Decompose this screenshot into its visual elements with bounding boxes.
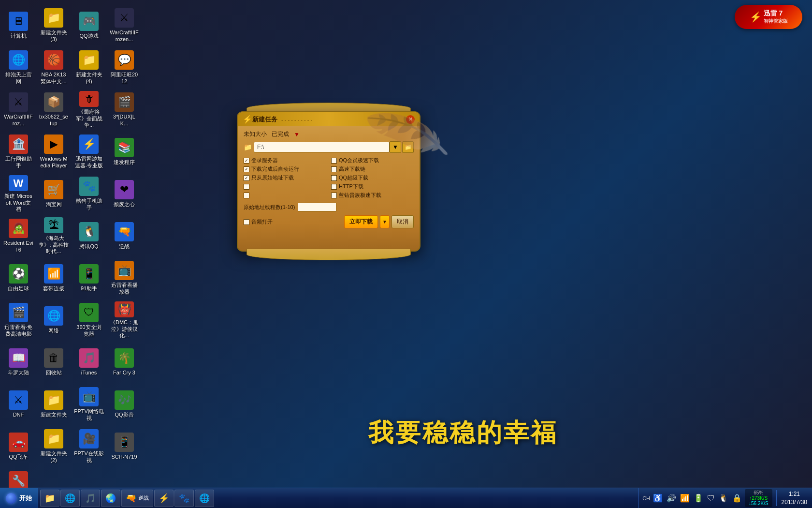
tray-accessibility-icon[interactable]: ♿ bbox=[652, 493, 664, 504]
icon-new-file-2[interactable]: 📁 新建文件夹(2) bbox=[38, 426, 70, 467]
start-button[interactable]: 开始 bbox=[0, 488, 38, 508]
taskbar-tray: CH ♿ 🔊 📶 🔋 🛡 🐧 🔒 65% ↑273K/S ↓56.2K/S bbox=[638, 488, 776, 508]
xunlei-widget[interactable]: ⚡ 迅雷 7 智神管家版 bbox=[735, 5, 802, 29]
icon-dux[interactable]: 🎬 3*[DUX]LK... bbox=[108, 89, 140, 130]
icon-91helper[interactable]: 📱 91助手 bbox=[73, 257, 105, 299]
threads-input[interactable] bbox=[298, 203, 336, 211]
speed-checkbox[interactable] bbox=[331, 166, 337, 172]
icon-label: QQ游戏 bbox=[79, 33, 98, 39]
icon-qq-music[interactable]: 🎶 QQ影音 bbox=[108, 384, 140, 425]
auto-run-checkbox[interactable]: ✓ bbox=[244, 166, 249, 172]
taskbar-ie[interactable]: 🌐 bbox=[60, 490, 80, 507]
icon-label: 排泡天上官网 bbox=[3, 72, 33, 84]
taskbar-ie2[interactable]: 🌐 bbox=[195, 490, 214, 507]
dialog-path-input[interactable] bbox=[254, 142, 390, 152]
farcry-icon: 🌴 bbox=[115, 348, 134, 368]
icon-huiyanzhan[interactable]: 🗑 回收站 bbox=[38, 342, 70, 383]
qq-super-checkbox[interactable] bbox=[331, 175, 337, 181]
icon-sch-n719[interactable]: 📱 SCH-N719 bbox=[108, 426, 140, 467]
dialog-dropdown-arrow[interactable]: ▼ bbox=[294, 131, 300, 138]
icon-farcry3[interactable]: 🌴 Far Cry 3 bbox=[108, 342, 140, 383]
dialog-open-after: 音频打开 bbox=[244, 218, 273, 225]
icon-qq-car[interactable]: 🚗 QQ飞车 bbox=[2, 426, 34, 467]
icon-nba[interactable]: 🏀 NBA 2K13 繁体中文... bbox=[38, 47, 70, 88]
icon-pinyuan[interactable]: ❤ 颓废之心 bbox=[108, 173, 140, 214]
empty2-checkbox[interactable] bbox=[244, 193, 249, 198]
icon-paipaotian[interactable]: 🌐 排泡天上官网 bbox=[2, 47, 34, 88]
icon-pptv-film[interactable]: 🎥 PPTV在线影视 bbox=[73, 426, 105, 467]
file-manager-icon: 📁 bbox=[44, 493, 55, 504]
qq-vip-checkbox[interactable] bbox=[331, 158, 337, 164]
tray-qq-icon[interactable]: 🐧 bbox=[718, 493, 729, 504]
icon-ni[interactable]: 🔫 逆战 bbox=[108, 215, 140, 256]
origin-checkbox[interactable]: ✓ bbox=[244, 175, 249, 181]
icon-aliwangwang[interactable]: 💬 阿里旺旺2012 bbox=[108, 47, 140, 88]
icon-label: 3*[DUX]LK... bbox=[109, 114, 139, 126]
tray-security-icon[interactable]: 🔒 bbox=[731, 493, 743, 504]
icon-label: 《DMC：鬼泣》游侠汉化... bbox=[109, 319, 139, 339]
icon-haidao[interactable]: 🏝 《海岛大亨》: 高科技时代... bbox=[38, 215, 70, 256]
icon-label: 逢发程序 bbox=[114, 159, 135, 165]
icon-chengli[interactable]: 📚 逢发程序 bbox=[108, 131, 140, 172]
computer-icon: 🖥 bbox=[9, 12, 28, 31]
icon-warcraft-1[interactable]: ⚔ WarCraftIIIFrozen... bbox=[108, 5, 140, 46]
taskbar-kugou[interactable]: 🐾 bbox=[174, 490, 194, 507]
icon-pptv-net[interactable]: 📺 PPTV网络电视 bbox=[73, 384, 105, 425]
dialog-close-button[interactable]: ✕ bbox=[406, 115, 415, 124]
icon-resident-evil[interactable]: 🧟 Resident Evil 6 bbox=[2, 215, 34, 256]
icon-gonghang[interactable]: 🏦 工行网银助手 bbox=[2, 131, 34, 172]
tray-antivirus-icon[interactable]: 🛡 bbox=[706, 493, 716, 504]
icon-wifilink[interactable]: 📶 套带连接 bbox=[38, 257, 70, 299]
icon-label: 新建文件夹(4) bbox=[74, 72, 104, 84]
dialog-download-button[interactable]: 立即下载 bbox=[344, 215, 378, 228]
taskbar-clock[interactable]: 1:21 2013/7/30 bbox=[776, 490, 812, 507]
icon-label: PPTV网络电视 bbox=[74, 408, 104, 421]
tray-network-icon[interactable]: 📶 bbox=[679, 493, 691, 504]
icon-wangzhan[interactable]: 🌐 网络 bbox=[38, 299, 70, 341]
icon-tengxun-qq[interactable]: 🐧 腾讯QQ bbox=[73, 215, 105, 256]
qq-icon: 🐧 bbox=[79, 222, 99, 241]
icon-bx30622[interactable]: 📦 bx30622_setup bbox=[38, 89, 70, 130]
login-checkbox[interactable]: ✓ bbox=[244, 158, 249, 164]
icon-windows-media[interactable]: ▶ Windows Media Player bbox=[38, 131, 70, 172]
blue-diamond-checkbox[interactable] bbox=[331, 193, 337, 198]
dialog-folder-button[interactable]: 📁 bbox=[402, 141, 414, 153]
icon-360-browser[interactable]: 🛡 360安全浏览器 bbox=[73, 299, 105, 341]
tray-battery-icon[interactable]: 🔋 bbox=[693, 493, 704, 504]
icon-gougou[interactable]: 🐾 酷狗手机助手 bbox=[73, 173, 105, 214]
icon-shuoluo[interactable]: 📖 斗罗大陆 bbox=[2, 342, 34, 383]
icon-dnf[interactable]: ⚔ DNF bbox=[2, 384, 34, 425]
dialog-browse-button[interactable]: ▼ bbox=[390, 141, 401, 153]
icon-xunlei-accelerate[interactable]: ⚡ 迅雷网游加速器-专业版 bbox=[73, 131, 105, 172]
dialog-cancel-button[interactable]: 取消 bbox=[392, 215, 414, 228]
taskbar-media[interactable]: 🎵 bbox=[81, 490, 100, 507]
icon-new-word[interactable]: W 新建 Microsoft Word文档 bbox=[2, 173, 34, 214]
icon-label: 套带连接 bbox=[43, 285, 64, 292]
icon-taobao[interactable]: 🛒 淘宝网 bbox=[38, 173, 70, 214]
icon-dmc[interactable]: 👹 《DMC：鬼泣》游侠汉化... bbox=[108, 299, 140, 341]
icon-itunes[interactable]: 🎵 iTunes bbox=[73, 342, 105, 383]
empty1-checkbox[interactable] bbox=[244, 184, 249, 190]
scroll-bottom-decoration bbox=[246, 249, 411, 260]
http-checkbox[interactable] bbox=[331, 184, 337, 190]
icon-xunlei-watch[interactable]: 📺 迅雷看看播放器 bbox=[108, 257, 140, 299]
icon-warcraft-2[interactable]: ⚔ WarCraftIIIFroz... bbox=[2, 89, 34, 130]
tray-volume-icon[interactable]: 🔊 bbox=[666, 493, 677, 504]
taskbar-xunlei[interactable]: ⚡ bbox=[154, 490, 174, 507]
desktop: 🖥 计算机 📁 新建文件夹(3) 🎮 QQ游戏 ⚔ WarCraftIIIFro… bbox=[0, 0, 812, 508]
taskbar-ni[interactable]: 🔫 逆战 bbox=[121, 490, 153, 507]
icon-new-folder-4[interactable]: 📁 新建文件夹(4) bbox=[73, 47, 105, 88]
taskbar-browser[interactable]: 🌏 bbox=[101, 490, 120, 507]
icon-label: 91助手 bbox=[81, 285, 97, 292]
dialog-download-dropdown[interactable]: ▼ bbox=[380, 215, 390, 228]
icon-jiangjun[interactable]: 🗡 《蜀府将军》全面战争... bbox=[73, 89, 105, 130]
qqmusic-icon: 🎶 bbox=[115, 390, 134, 410]
open-after-checkbox[interactable] bbox=[244, 219, 249, 225]
icon-xunlei-hd[interactable]: 🎬 迅雷看看-免费高清电影 bbox=[2, 299, 34, 341]
icon-qq-game[interactable]: 🎮 QQ游戏 bbox=[73, 5, 105, 46]
taskbar-file-manager[interactable]: 📁 bbox=[40, 490, 59, 507]
icon-new-folder-3[interactable]: 📁 新建文件夹(3) bbox=[38, 5, 70, 46]
icon-new-file[interactable]: 📁 新建文件夹 bbox=[38, 384, 70, 425]
icon-computer[interactable]: 🖥 计算机 bbox=[2, 5, 34, 46]
icon-football[interactable]: ⚽ 自由足球 bbox=[2, 257, 34, 299]
